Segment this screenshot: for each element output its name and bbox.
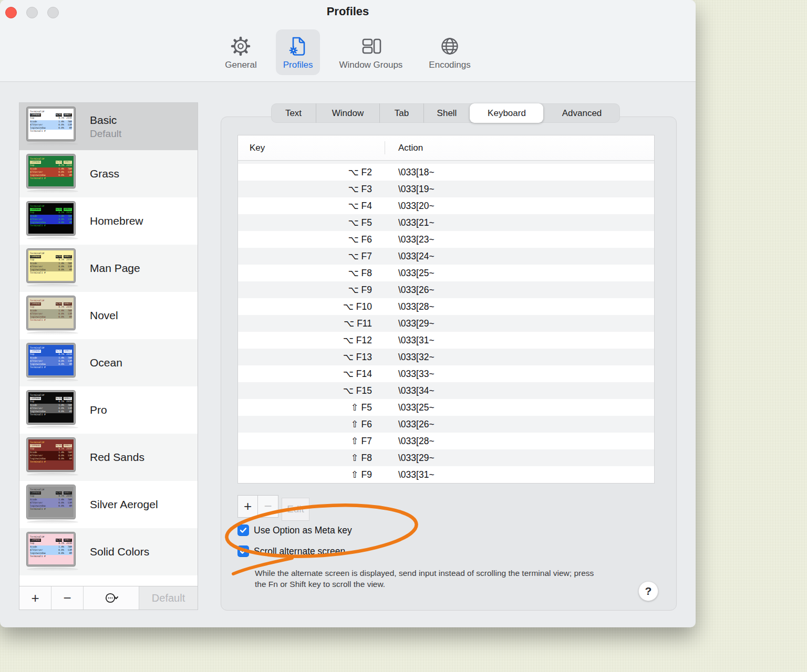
profile-labels: Novel bbox=[90, 309, 118, 322]
option-label: Scroll alternate screen bbox=[254, 546, 345, 557]
profile-thumbnail: Terminal1#COMMAND%CPURPRVTtop4.1%231KXco… bbox=[27, 154, 75, 188]
edit-shortcut-button[interactable]: Edit bbox=[282, 498, 309, 521]
thumbnail-reflection bbox=[27, 426, 78, 429]
table-row[interactable]: ⌥ F8\033[25~ bbox=[238, 265, 654, 281]
table-row[interactable]: ⌥ F7\033[24~ bbox=[238, 248, 654, 265]
profile-sidebar: Terminal1#COMMAND%CPURPRVTtop4.1%231KXco… bbox=[19, 102, 198, 610]
profile-list-item[interactable]: Terminal1#COMMAND%CPURPRVTtop4.1%231KXco… bbox=[19, 528, 198, 575]
key-cell: ⌥ F4 bbox=[238, 201, 385, 212]
action-cell: \033[26~ bbox=[385, 285, 434, 296]
table-row[interactable]: ⇧ F5\033[25~ bbox=[238, 399, 654, 416]
profile-list-item[interactable]: Terminal1#COMMAND%CPURPRVTtop4.1%231KXco… bbox=[19, 386, 198, 434]
table-row[interactable]: ⌥ F9\033[26~ bbox=[238, 281, 654, 298]
toolbar-item-window-groups[interactable]: Window Groups bbox=[332, 29, 410, 75]
profile-list-item[interactable]: Terminal1#COMMAND%CPURPRVTtop4.1%231KXco… bbox=[19, 292, 198, 339]
keyboard-shortcut-table: Key Action ⌥ F2\033[18~⌥ F3\033[19~⌥ F4\… bbox=[237, 135, 655, 484]
toolbar-item-profiles[interactable]: Profiles bbox=[276, 29, 320, 75]
profile-labels: Silver Aerogel bbox=[90, 498, 158, 511]
key-cell: ⇧ F6 bbox=[238, 419, 385, 430]
toolbar-item-general[interactable]: General bbox=[218, 29, 264, 75]
tab-advanced[interactable]: Advanced bbox=[543, 103, 620, 123]
table-row[interactable]: ⌥ F14\033[33~ bbox=[238, 365, 654, 382]
key-cell: ⌥ F6 bbox=[238, 234, 385, 245]
tab-window[interactable]: Window bbox=[316, 103, 379, 123]
set-default-button[interactable]: Default bbox=[139, 586, 198, 610]
table-row[interactable]: ⇧ F8\033[29~ bbox=[238, 449, 654, 466]
thumb-prompt-line: Terminal1 # bbox=[30, 177, 72, 180]
tab-tab[interactable]: Tab bbox=[379, 103, 423, 123]
option-scroll-alternate-screen[interactable]: Scroll alternate screen bbox=[237, 545, 345, 557]
thumbnail-column: Terminal1#COMMAND%CPURPRVTtop4.1%231KXco… bbox=[19, 343, 82, 382]
window-title: Profiles bbox=[0, 5, 696, 18]
profile-list-item[interactable]: Terminal1#COMMAND%CPURPRVTtop4.1%231KXco… bbox=[19, 103, 198, 150]
thumbnail-reflection bbox=[27, 284, 78, 288]
table-row[interactable]: ⌥ F5\033[21~ bbox=[238, 214, 654, 231]
profile-list: Terminal1#COMMAND%CPURPRVTtop4.1%231KXco… bbox=[19, 103, 198, 587]
thumbnail-column: Terminal1#COMMAND%CPURPRVTtop4.1%231KXco… bbox=[19, 202, 82, 240]
remove-shortcut-button[interactable]: − bbox=[258, 495, 278, 518]
add-profile-button[interactable]: + bbox=[19, 586, 51, 610]
shortcut-edit-controls: + − bbox=[237, 495, 278, 518]
thumbnail-reflection bbox=[27, 142, 78, 146]
key-cell: ⌥ F2 bbox=[238, 167, 385, 178]
tab-text[interactable]: Text bbox=[271, 103, 316, 123]
thumb-prompt-line: Terminal1 # bbox=[30, 413, 72, 416]
table-row[interactable]: ⌥ F11\033[29~ bbox=[238, 315, 654, 332]
table-row[interactable]: ⌥ F2\033[18~ bbox=[238, 164, 654, 181]
table-row[interactable]: ⌥ F3\033[19~ bbox=[238, 181, 654, 197]
thumb-prompt-line: Terminal1 # bbox=[30, 366, 72, 369]
table-row[interactable]: ⌥ F15\033[34~ bbox=[238, 382, 654, 399]
profile-name: Grass bbox=[90, 167, 119, 180]
profile-list-item[interactable]: Terminal1#COMMAND%CPURPRVTtop4.1%231KXco… bbox=[19, 150, 198, 197]
add-shortcut-button[interactable]: + bbox=[237, 495, 258, 518]
profile-labels: Grass bbox=[90, 167, 119, 180]
toolbar-label: Window Groups bbox=[339, 60, 402, 70]
profiles-preferences-window: Profiles bbox=[0, 0, 696, 627]
thumbnail-reflection bbox=[27, 568, 78, 571]
option-use-option-as-meta[interactable]: Use Option as Meta key bbox=[237, 524, 352, 536]
profile-list-item[interactable]: Terminal1#COMMAND%CPURPRVTtop4.1%231KXco… bbox=[19, 339, 198, 386]
toolbar-label: Profiles bbox=[283, 60, 313, 70]
profile-name: Red Sands bbox=[90, 451, 144, 464]
table-row[interactable]: ⌥ F6\033[23~ bbox=[238, 231, 654, 248]
tab-keyboard[interactable]: Keyboard bbox=[470, 103, 543, 123]
key-cell: ⌥ F5 bbox=[238, 217, 385, 228]
thumb-prompt-line: Terminal1 # bbox=[30, 460, 72, 464]
thumbnail-reflection bbox=[27, 331, 78, 335]
toolbar-label: General bbox=[225, 60, 256, 70]
profile-list-item[interactable]: Terminal1#COMMAND%CPURPRVTtop4.1%231KXco… bbox=[19, 481, 198, 528]
table-row[interactable]: ⇧ F7\033[28~ bbox=[238, 433, 654, 449]
action-cell: \033[23~ bbox=[385, 234, 434, 245]
profile-labels: Solid Colors bbox=[90, 545, 149, 558]
table-row[interactable]: ⌥ F12\033[31~ bbox=[238, 332, 654, 349]
profile-list-item[interactable]: Terminal1#COMMAND%CPURPRVTtop4.1%231KXco… bbox=[19, 197, 198, 245]
column-header-key: Key bbox=[238, 143, 385, 153]
profile-thumbnail: Terminal1#COMMAND%CPURPRVTtop4.1%231KXco… bbox=[27, 202, 75, 235]
table-row[interactable]: ⌥ F4\033[20~ bbox=[238, 197, 654, 214]
table-row[interactable]: ⌥ F13\033[32~ bbox=[238, 349, 654, 365]
thumbnail-column: Terminal1#COMMAND%CPURPRVTtop4.1%231KXco… bbox=[19, 154, 82, 193]
profile-labels: BasicDefault bbox=[90, 114, 121, 140]
table-row[interactable]: ⌥ F10\033[28~ bbox=[238, 298, 654, 315]
profile-name: Pro bbox=[90, 404, 107, 416]
thumbnail-column: Terminal1#COMMAND%CPURPRVTtop4.1%231KXco… bbox=[19, 532, 82, 571]
checkbox-checked-icon[interactable] bbox=[237, 545, 249, 557]
key-cell: ⌥ F15 bbox=[238, 385, 385, 396]
table-row[interactable]: ⇧ F6\033[26~ bbox=[238, 416, 654, 433]
table-row[interactable]: ⇧ F9\033[31~ bbox=[238, 466, 654, 483]
toolbar-item-encodings[interactable]: Encodings bbox=[421, 29, 478, 75]
action-cell: \033[19~ bbox=[385, 184, 434, 195]
thumbnail-column: Terminal1#COMMAND%CPURPRVTtop4.1%231KXco… bbox=[19, 438, 82, 477]
thumb-prompt-line: Terminal1 # bbox=[30, 508, 72, 511]
help-button[interactable]: ? bbox=[638, 581, 658, 601]
action-cell: \033[21~ bbox=[385, 217, 434, 228]
profile-thumbnail: Terminal1#COMMAND%CPURPRVTtop4.1%231KXco… bbox=[27, 107, 75, 141]
profile-list-item[interactable]: Terminal1#COMMAND%CPURPRVTtop4.1%231KXco… bbox=[19, 245, 198, 292]
action-cell: \033[24~ bbox=[385, 251, 434, 262]
more-options-button[interactable] bbox=[84, 586, 139, 610]
tab-shell[interactable]: Shell bbox=[423, 103, 470, 123]
checkbox-checked-icon[interactable] bbox=[237, 524, 249, 536]
profile-list-item[interactable]: Terminal1#COMMAND%CPURPRVTtop4.1%231KXco… bbox=[19, 434, 198, 481]
profile-thumbnail: Terminal1#COMMAND%CPURPRVTtop4.1%231KXco… bbox=[27, 343, 75, 377]
remove-profile-button[interactable]: − bbox=[51, 586, 84, 610]
